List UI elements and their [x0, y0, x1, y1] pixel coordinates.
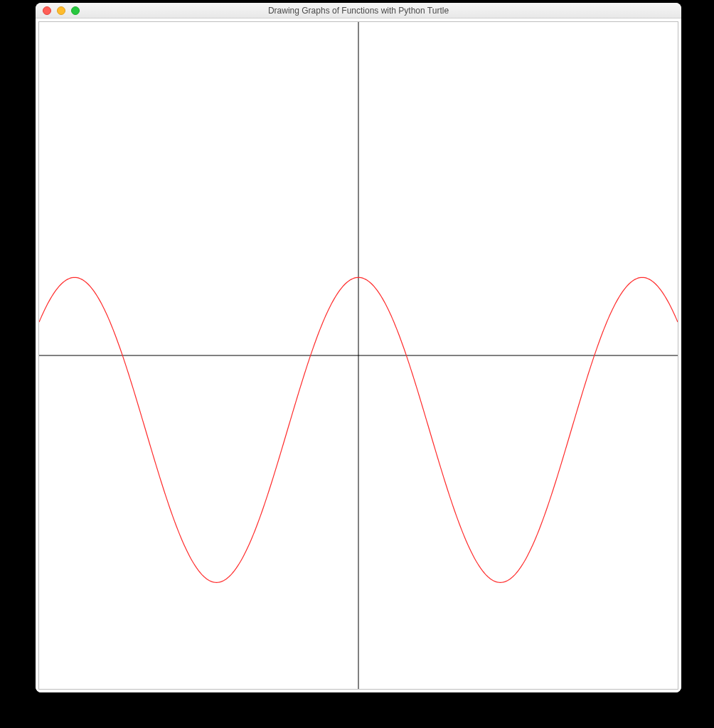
- traffic-lights: [36, 3, 80, 18]
- titlebar[interactable]: Drawing Graphs of Functions with Python …: [36, 3, 681, 18]
- turtle-canvas: [38, 21, 678, 690]
- canvas-container: [36, 18, 681, 692]
- window-title: Drawing Graphs of Functions with Python …: [36, 3, 681, 18]
- app-window: Drawing Graphs of Functions with Python …: [36, 3, 681, 692]
- close-icon[interactable]: [43, 6, 51, 15]
- plot-svg: [39, 22, 678, 689]
- maximize-icon[interactable]: [71, 6, 80, 15]
- minimize-icon[interactable]: [57, 6, 65, 15]
